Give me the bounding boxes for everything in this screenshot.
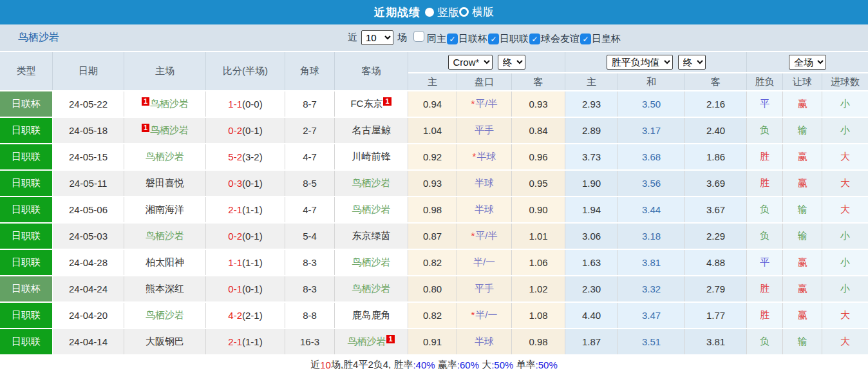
avg-type-select[interactable]: 胜平负均值 [607,55,673,70]
team-name-text: 鸟栖沙岩 [146,309,184,320]
avg-away-cell: 4.88 [685,250,747,275]
summary-segment: 场,胜4平2负4, 胜率 [331,359,413,371]
avg-draw-cell: 3.56 [618,171,685,196]
corners-cell: 5-4 [285,224,335,249]
radio-unselected-icon [459,7,469,17]
score-halftime: (0-1) [242,125,263,136]
layout-radio-label: 横版 [472,5,494,19]
avg-draw-cell: 3.18 [618,224,685,249]
summary-segment: :60% [457,359,479,370]
result-goals-cell: 大 [822,144,868,169]
home-odds-cell: 0.94 [408,91,457,117]
home-odds-cell: 0.80 [408,276,457,301]
handicap-cell: 半球 [457,171,512,196]
result-goals-cell: 小 [822,91,868,117]
team-name-text: FC东京 [350,98,382,109]
avg-home-cell: 1.94 [565,197,618,222]
checkbox-checked[interactable]: ✓ [447,33,458,44]
checkbox-checked[interactable]: ✓ [488,33,499,44]
scope-select[interactable]: 全场 [789,55,826,70]
score-cell: 5-2(3-2) [206,144,285,169]
avg-draw-cell: 3.68 [618,144,685,169]
avg-draw-cell: 3.32 [618,276,685,301]
score-fulltime: 1-1 [228,257,242,268]
team-badge: 1 [386,335,394,343]
page-title: 近期战绩 [374,5,420,20]
team-name-text: 东京绿茵 [352,230,391,241]
type-cell: 日职联 [0,303,53,328]
away-odds-cell: 1.01 [512,224,565,249]
avg-draw-cell: 3.17 [618,118,685,143]
avg-home-cell: 1.90 [565,171,618,196]
team-name-text: 大阪钢巴 [146,336,184,347]
result-wdl-cell: 胜 [747,303,783,328]
handicap-cell: *半/一 [457,303,512,328]
sub-header-result-wdl: 胜负 [747,73,783,90]
summary-segment: 单率 [513,359,535,371]
home-team-cell: 1鸟栖沙岩 [124,118,206,143]
recent-results-table: 类型 日期 主场 比分(半场) 角球 客场 Crow* 终 胜 [0,51,868,356]
home-odds-cell: 0.98 [408,197,457,222]
star-marker: * [473,151,476,162]
result-wdl-cell: 负 [747,329,783,354]
checkbox-unchecked[interactable] [413,31,424,42]
odds-company-select[interactable]: Crow* [448,55,493,70]
table-row: 日联杯24-05-221鸟栖沙岩1-1(0-0)8-7FC东京10.94*平/半… [0,91,868,117]
home-odds-cell: 0.92 [408,144,457,169]
corners-cell: 8-5 [285,171,335,196]
checkbox-label: 日职联 [500,33,529,44]
team-name: 鸟栖沙岩 [18,31,59,44]
table-row: 日职联24-05-181鸟栖沙岩0-2(0-1)2-7名古屋鲸1.04平手0.8… [0,118,868,143]
summary-segment: :50% [536,359,558,370]
score-halftime: (3-2) [242,151,263,162]
result-handicap-cell: 赢 [783,303,822,328]
layout-radio-label: 竖版 [437,5,459,20]
date-cell: 24-05-11 [53,171,124,196]
type-cell: 日职联 [0,197,53,222]
sub-header-odds-away: 客 [512,73,565,90]
filter-bar: 鸟栖沙岩 近 10 场 同主✓日联杯✓日职联✓球会友谊✓日皇杯 [0,24,868,51]
sub-header-result-handicap: 让球 [783,73,822,90]
home-team-cell: 鸟栖沙岩 [124,224,206,249]
away-team-cell: 鸟栖沙岩 [335,250,408,275]
handicap-cell: *平/半 [457,224,512,249]
score-cell: 0-2(0-1) [206,118,285,143]
home-odds-cell: 0.82 [408,250,457,275]
matches-label: 场 [397,32,407,44]
table-row: 日职联24-05-15鸟栖沙岩5-2(3-2)4-7川崎前锋0.92*半球0.9… [0,144,868,169]
team-name-text: 鸟栖沙岩 [146,230,184,241]
away-team-cell: 鸟栖沙岩 [335,197,408,222]
summary-segment: 近 [310,359,320,371]
type-cell: 日职联 [0,224,53,249]
away-odds-cell: 0.93 [512,91,565,117]
avg-home-cell: 1.87 [565,329,618,354]
checkbox-checked[interactable]: ✓ [580,33,591,44]
match-count-select[interactable]: 10 [361,30,393,45]
result-handicap-cell: 输 [783,197,822,222]
away-team-cell: FC东京1 [335,91,408,117]
away-odds-cell: 1.08 [512,303,565,328]
col-header-away: 客场 [335,52,408,90]
layout-radio-selected[interactable]: 竖版 [425,5,459,20]
checkbox-checked[interactable]: ✓ [529,33,540,44]
away-team-cell: 鸟栖沙岩1 [335,329,408,354]
team-name-text: 鸟栖沙岩 [146,151,184,162]
team-name-text: 磐田喜悦 [146,177,184,188]
home-odds-cell: 0.87 [408,224,457,249]
odds-final-select[interactable]: 终 [498,55,525,70]
table-row: 日职联24-05-03鸟栖沙岩0-2(0-1)5-4东京绿茵0.87*平/半1.… [0,224,868,249]
avg-home-cell: 2.30 [565,276,618,301]
home-odds-cell: 0.82 [408,303,457,328]
team-name-text: 鸟栖沙岩 [150,98,189,109]
col-header-score: 比分(半场) [206,52,285,90]
score-halftime: (2-1) [242,310,263,321]
avg-final-select[interactable]: 终 [678,55,706,70]
home-team-cell: 熊本深红 [124,276,206,301]
col-header-date: 日期 [53,52,124,90]
team-name-text: 鸟栖沙岩 [352,256,391,267]
layout-radio-option[interactable]: 横版 [459,5,494,19]
team-badge: 1 [383,97,391,106]
home-odds-cell: 0.91 [408,329,457,354]
type-cell: 日联杯 [0,91,53,117]
sub-header-avg-home: 主 [565,73,618,90]
